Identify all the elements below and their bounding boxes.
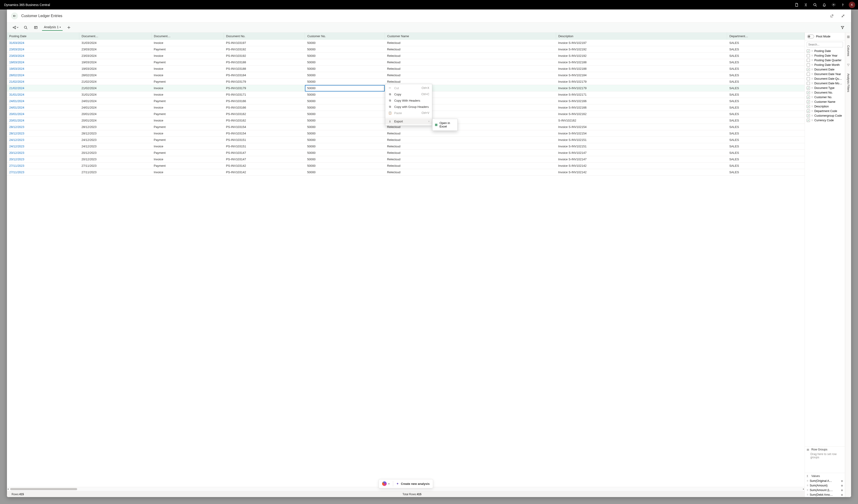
- cell[interactable]: 27/11/2023: [79, 163, 152, 169]
- cell[interactable]: Invoice S-INV102184: [556, 72, 727, 79]
- drag-handle-icon[interactable]: ⠿: [811, 78, 813, 80]
- cell[interactable]: 27/11/2023: [7, 169, 79, 176]
- cell[interactable]: PS-INV103192: [224, 46, 305, 53]
- cell[interactable]: PS-INV103197: [224, 40, 305, 46]
- field-checkbox[interactable]: [807, 91, 810, 94]
- cell[interactable]: 50000: [305, 163, 385, 169]
- cell[interactable]: 23/03/2024: [79, 46, 152, 53]
- drag-handle-icon[interactable]: ⠿: [811, 110, 813, 113]
- cell[interactable]: Payment: [152, 137, 224, 143]
- cell[interactable]: 31/01/2024: [79, 92, 152, 98]
- cell[interactable]: Relecloud: [385, 72, 556, 79]
- column-header[interactable]: Document No.: [224, 33, 305, 40]
- cell[interactable]: PS-INV103179: [224, 79, 305, 85]
- ctx-copy-with-headers[interactable]: ⧉ Copy With Headers: [385, 97, 432, 104]
- drag-handle-icon[interactable]: ⠿: [811, 82, 813, 85]
- field-checkbox[interactable]: [807, 105, 810, 108]
- cell[interactable]: Invoice: [152, 130, 224, 137]
- table-row[interactable]: 24/12/202324/12/2023InvoicePS-INV1031515…: [7, 143, 805, 150]
- cell[interactable]: Relecloud: [385, 163, 556, 169]
- cell[interactable]: Relecloud: [385, 169, 556, 176]
- cell[interactable]: SALES: [727, 150, 805, 156]
- cell[interactable]: PS-INV103154: [224, 130, 305, 137]
- remove-icon[interactable]: ⊗: [841, 493, 843, 497]
- field-checkbox[interactable]: [807, 49, 810, 53]
- cell[interactable]: PS-INV103142: [224, 163, 305, 169]
- field-checkbox[interactable]: [807, 72, 810, 76]
- cell[interactable]: 23/03/2024: [7, 46, 79, 53]
- field-checkbox[interactable]: [807, 63, 810, 66]
- cell[interactable]: Relecloud: [385, 137, 556, 143]
- remove-icon[interactable]: ⊗: [841, 489, 843, 492]
- cell[interactable]: Relecloud: [385, 66, 556, 72]
- drag-handle-icon[interactable]: ⠿: [811, 92, 813, 94]
- drag-handle-icon[interactable]: ⠿: [807, 489, 808, 491]
- cell[interactable]: SALES: [727, 124, 805, 130]
- cell[interactable]: 50000: [305, 79, 385, 85]
- drag-handle-icon[interactable]: ⠿: [811, 68, 813, 71]
- help-icon[interactable]: [838, 0, 847, 10]
- cell[interactable]: 50000: [305, 53, 385, 59]
- cell[interactable]: PS-INV103147: [224, 156, 305, 163]
- pivot-mode-toggle[interactable]: [807, 35, 814, 38]
- field-item[interactable]: ⠿ Posting Date: [806, 49, 843, 53]
- table-row[interactable]: 23/03/202423/03/2024InvoicePS-INV1031925…: [7, 53, 805, 59]
- cell[interactable]: PS-INV103179: [224, 85, 305, 92]
- filter-icon[interactable]: [839, 23, 846, 31]
- field-checkbox[interactable]: [807, 54, 810, 57]
- cell[interactable]: SALES: [727, 130, 805, 137]
- cell[interactable]: Invoice: [152, 104, 224, 111]
- doc-icon[interactable]: [792, 0, 801, 10]
- columns-tab[interactable]: Columns: [847, 44, 850, 58]
- analysis-filters-tab[interactable]: Analysis Filters: [847, 72, 850, 94]
- field-item[interactable]: ⠿ Document Date: [806, 67, 843, 72]
- field-item[interactable]: ⠿ Posting Date Year: [806, 53, 843, 58]
- table-row[interactable]: 24/12/202324/12/2023PaymentPS-INV1031515…: [7, 137, 805, 143]
- cell[interactable]: SALES: [727, 104, 805, 111]
- cell[interactable]: PS-INV103188: [224, 66, 305, 72]
- cell[interactable]: 21/02/2024: [79, 79, 152, 85]
- cell[interactable]: 50000: [305, 104, 385, 111]
- value-item[interactable]: ⠿ Sum(Amount (L… ⊗: [805, 488, 845, 492]
- cell[interactable]: 50000: [305, 117, 385, 124]
- drag-handle-icon[interactable]: ⠿: [811, 54, 813, 57]
- zoom-icon[interactable]: [22, 23, 30, 31]
- cell[interactable]: 19/03/2024: [79, 59, 152, 66]
- cell[interactable]: Payment: [152, 59, 224, 66]
- cell[interactable]: Invoice S-INV102179: [556, 79, 727, 85]
- cell[interactable]: 19/03/2024: [7, 66, 79, 72]
- cell[interactable]: Relecloud: [385, 53, 556, 59]
- column-header[interactable]: Document…: [152, 33, 224, 40]
- field-item[interactable]: ⠿ Document Type: [806, 86, 843, 90]
- analysis-enter-icon[interactable]: [32, 23, 40, 31]
- cell[interactable]: Invoice: [152, 66, 224, 72]
- field-item[interactable]: ⠿ Customer No.: [806, 95, 843, 100]
- cell[interactable]: Invoice: [152, 72, 224, 79]
- cell[interactable]: Invoice: [152, 40, 224, 46]
- drag-handle-icon[interactable]: ⠿: [807, 484, 808, 487]
- cell[interactable]: Invoice: [152, 53, 224, 59]
- cell[interactable]: 50000: [305, 85, 385, 92]
- cell[interactable]: 20/01/2024: [7, 117, 79, 124]
- cell[interactable]: SALES: [727, 66, 805, 72]
- cell[interactable]: 24/12/2023: [79, 143, 152, 150]
- ctx-copy[interactable]: ⧉ Copy Ctrl+C: [385, 91, 432, 97]
- cell[interactable]: SALES: [727, 72, 805, 79]
- column-header[interactable]: Department…: [727, 33, 805, 40]
- cell[interactable]: Payment: [152, 163, 224, 169]
- drag-handle-icon[interactable]: ⠿: [811, 119, 813, 122]
- cell[interactable]: S-INV102162: [556, 117, 727, 124]
- cell[interactable]: SALES: [727, 98, 805, 104]
- ctx-copy-with-group-headers[interactable]: ⧉ Copy with Group Headers: [385, 104, 432, 110]
- table-row[interactable]: 19/03/202419/03/2024InvoicePS-INV1031885…: [7, 66, 805, 72]
- field-item[interactable]: ⠿ Description: [806, 104, 843, 109]
- field-checkbox[interactable]: [807, 114, 810, 117]
- field-item[interactable]: ⠿ Currency Code: [806, 118, 843, 123]
- cell[interactable]: 19/03/2024: [79, 66, 152, 72]
- cell[interactable]: 24/12/2023: [79, 137, 152, 143]
- field-item[interactable]: ⠿ Department Code: [806, 109, 843, 113]
- table-row[interactable]: 20/12/202320/12/2023PaymentPS-INV1031475…: [7, 150, 805, 156]
- cell[interactable]: 23/03/2024: [7, 53, 79, 59]
- cell[interactable]: Payment: [152, 98, 224, 104]
- popout-icon[interactable]: [828, 12, 836, 20]
